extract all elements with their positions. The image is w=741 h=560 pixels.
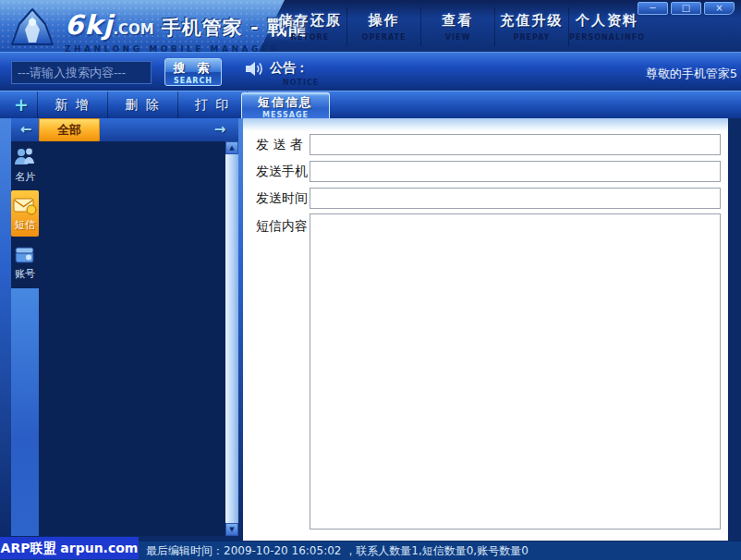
- menu-label: 充值升级: [501, 12, 564, 30]
- search-button-sublabel: SEARCH: [174, 77, 213, 85]
- form-top-strip: [243, 118, 728, 131]
- sidebar-item-label: 名片: [15, 170, 35, 184]
- brand-tld: .COM: [113, 21, 153, 38]
- sidebar-item-contacts[interactable]: 名片: [11, 141, 39, 188]
- account-icon: [14, 245, 36, 265]
- maximize-button[interactable]: □: [671, 2, 701, 15]
- tab-label: 短信信息: [258, 94, 313, 111]
- add-button[interactable]: 新 增: [37, 91, 107, 118]
- sms-icon: [13, 196, 37, 216]
- speaker-icon: [244, 60, 264, 79]
- header: 6kj .COM 手机管家 - 戰龍 ZHANLONG MOBILE MANAG…: [0, 0, 741, 52]
- message-form: 发 送 者 发送手机 发送时间 短信内容: [243, 118, 728, 541]
- notice-marquee-text: 尊敬的手机管家5: [646, 66, 737, 82]
- toolbar: + 新 增 删 除 打 印 短信信息 MESSAGE: [0, 91, 741, 118]
- phone-field[interactable]: [310, 161, 721, 182]
- menu-item-view[interactable]: 查看 VIEW: [420, 7, 494, 46]
- brand-block: 6kj .COM 手机管家 - 戰龍 ZHANLONG MOBILE MANAG…: [65, 9, 308, 54]
- app-window: 6kj .COM 手机管家 - 戰龍 ZHANLONG MOBILE MANAG…: [0, 0, 741, 560]
- phone-label: 发送手机: [256, 161, 310, 182]
- sidebar-item-label: 账号: [15, 267, 35, 281]
- sidebar-item-account[interactable]: 账号: [11, 239, 39, 286]
- brand-name: 6kj: [65, 9, 113, 41]
- main-menu: 储存还原 RETORE 操作 OPERATE 查看 VIEW 充值升级 PREP…: [273, 7, 645, 46]
- search-button[interactable]: 搜 索 SEARCH: [164, 58, 222, 86]
- search-input[interactable]: [11, 61, 152, 84]
- status-text: 最后编辑时间：2009-10-20 16:05:02 ，联系人数量1,短信数量0…: [146, 544, 528, 557]
- time-field[interactable]: [310, 188, 721, 209]
- notice-sublabel: NOTICE: [283, 79, 319, 87]
- sidebar-item-sms[interactable]: 短信: [11, 190, 39, 237]
- scroll-up-button[interactable]: ▲: [225, 141, 238, 154]
- menu-item-personal-info[interactable]: 个人资料 PERSONALINFO: [568, 7, 645, 46]
- contact-card-icon: [13, 146, 37, 168]
- vertical-scrollbar: ▲ ▼: [225, 141, 238, 536]
- menu-sublabel: VIEW: [445, 33, 470, 42]
- sender-field[interactable]: [310, 134, 721, 155]
- sidebar: 名片 短信 账号: [11, 141, 39, 536]
- minimize-button[interactable]: −: [638, 2, 668, 15]
- menu-label: 查看: [443, 12, 474, 30]
- menu-sublabel: OPERATE: [362, 33, 407, 42]
- sidebar-filler: [11, 288, 39, 536]
- contact-list-area[interactable]: [39, 141, 225, 536]
- content-label: 短信内容: [256, 215, 310, 237]
- sidebar-item-label: 短信: [15, 218, 35, 232]
- print-button[interactable]: 打 印: [177, 91, 248, 118]
- scroll-track[interactable]: [225, 154, 238, 523]
- close-button[interactable]: ×: [704, 2, 735, 15]
- menu-sublabel: PREPAY: [514, 33, 551, 42]
- content-textarea[interactable]: [310, 213, 721, 530]
- app-logo-icon: [7, 7, 57, 48]
- left-window-border: [0, 118, 11, 542]
- category-filter-bar: ← 全部 →: [11, 118, 238, 141]
- search-notice-bar: 搜 索 SEARCH 公告： NOTICE 尊敬的手机管家5: [0, 52, 741, 91]
- scroll-left-button[interactable]: ←: [13, 119, 39, 140]
- tab-all[interactable]: 全部: [39, 118, 100, 141]
- notice-area: 公告： NOTICE: [244, 60, 319, 87]
- sender-label: 发 送 者: [256, 134, 310, 155]
- time-label: 发送时间: [256, 188, 310, 209]
- menu-item-operate[interactable]: 操作 OPERATE: [346, 7, 420, 46]
- menu-label: 储存还原: [279, 12, 342, 30]
- notice-label: 公告：: [270, 60, 319, 77]
- menu-label: 操作: [369, 12, 400, 30]
- search-button-label: 搜 索: [174, 60, 213, 77]
- window-controls: − □ ×: [638, 2, 735, 15]
- menu-item-prepay[interactable]: 充值升级 PREPAY: [494, 7, 568, 46]
- plus-icon[interactable]: +: [14, 94, 29, 115]
- scroll-right-button[interactable]: →: [207, 119, 233, 140]
- menu-label: 个人资料: [576, 12, 638, 30]
- menu-sublabel: RETORE: [291, 33, 330, 42]
- watermark: ARP联盟 arpun.com: [0, 537, 139, 559]
- menu-item-restore[interactable]: 储存还原 RETORE: [273, 7, 346, 46]
- menu-sublabel: PERSONALINFO: [569, 33, 645, 42]
- tab-message-info[interactable]: 短信信息 MESSAGE: [241, 92, 330, 119]
- scroll-down-button[interactable]: ▼: [225, 523, 238, 536]
- delete-button[interactable]: 删 除: [107, 91, 177, 118]
